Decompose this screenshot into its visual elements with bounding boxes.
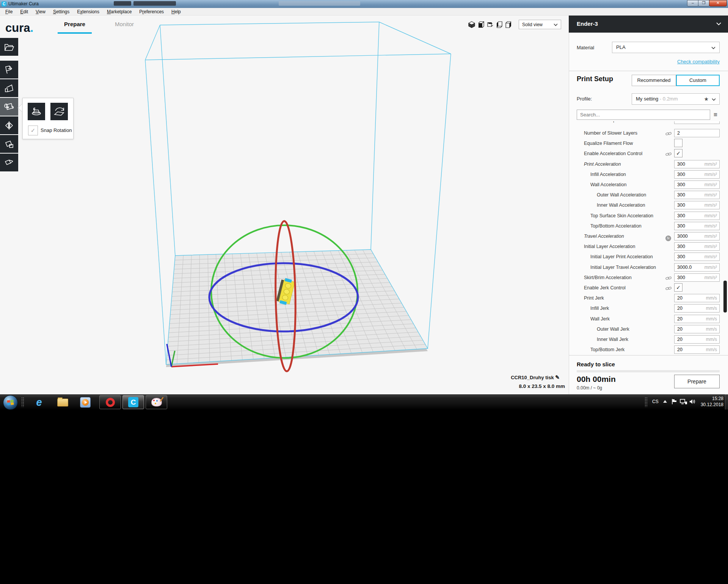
setting-value-field[interactable]: 20mm/s [674,294,720,302]
star-icon[interactable]: ★ [704,94,709,104]
setting-value-field[interactable]: 2 [674,129,720,137]
setting-value-field[interactable]: 3000mm/s² [674,232,720,240]
scale-tool-button[interactable] [0,79,18,97]
setting-row: Initial Layer Travel Acceleration3000.0m… [569,263,728,272]
clock-time[interactable]: 15:28 [693,396,723,401]
setting-checkbox[interactable]: ✓ [674,283,682,292]
view-mode-dropdown[interactable]: Solid view [519,20,561,29]
setting-value-field[interactable]: 0mm/s [674,121,720,124]
per-model-settings-button[interactable] [0,135,18,153]
menu-file[interactable]: File [2,9,16,14]
setting-label: Enable Acceleration Control [584,149,642,158]
menu-help[interactable]: Help [168,9,185,14]
check-compatibility-link[interactable]: Check compatibility [644,59,720,64]
network-icon[interactable] [680,399,687,406]
setting-row: Outer Wall Acceleration300mm/s² [569,190,728,199]
taskbar-paint[interactable] [146,395,167,409]
menu-marketplace[interactable]: Marketplace [103,9,135,14]
setting-value-field[interactable]: 20mm/s [674,325,720,333]
tray-expand-icon[interactable] [663,400,667,403]
close-button[interactable]: ✕ [709,0,727,6]
open-file-button[interactable] [0,38,18,56]
setting-value-field[interactable]: 300mm/s² [674,160,720,168]
printer-selector[interactable]: Ender-3 [569,16,728,33]
settings-search[interactable] [577,110,710,120]
menu-settings[interactable]: Settings [49,9,73,14]
mode-recommended-button[interactable]: Recommended [632,75,676,86]
prepare-button[interactable]: Prepare [674,375,720,388]
setting-row: Top Surface Skin Acceleration300mm/s² [569,211,728,220]
taskbar-opera[interactable] [99,395,121,409]
setting-row: Inner Wall Jerk20mm/s [569,335,728,344]
setting-value-field[interactable]: 300mm/s² [674,242,720,251]
select-face-align-button[interactable] [50,103,68,120]
menu-view[interactable]: View [32,9,49,14]
settings-menu-icon[interactable]: ≡ [714,111,717,119]
setting-value-field[interactable]: 300mm/s² [674,273,720,282]
start-button[interactable] [3,395,18,410]
view-front-icon[interactable] [477,21,485,28]
profile-dropdown[interactable]: My setting - 0.2mm ★ [632,93,720,105]
taskbar-cura[interactable]: C [122,395,144,409]
tab-prepare[interactable]: Prepare [58,21,92,27]
setting-value-field[interactable]: 20mm/s [674,335,720,344]
setting-value-field[interactable]: 20mm/s [674,315,720,323]
setting-checkbox[interactable]: ✓ [674,149,682,157]
search-input[interactable] [577,110,710,119]
setting-value-field[interactable]: 300mm/s² [674,201,720,209]
taskbar-internet-explorer[interactable]: e [33,397,46,408]
rotate-tool-button[interactable] [0,98,18,116]
setting-value-field[interactable]: 20mm/s [674,304,720,312]
setting-unit: mm/s [706,121,717,124]
setting-unit: mm/s² [704,253,717,261]
mirror-icon [5,121,14,130]
taskbar-windows-explorer[interactable] [55,397,70,408]
opera-icon [106,398,115,407]
buildplate[interactable] [166,250,428,364]
edit-pencil-icon[interactable]: ✎ [555,374,560,380]
action-center-flag-icon[interactable] [671,399,677,406]
setting-value: 300 [677,274,685,281]
menu-extensions[interactable]: Extensions [73,9,103,14]
setting-checkbox[interactable] [674,139,682,147]
settings-list[interactable]: Maximum Z Speed0mm/sNumber of Slower Lay… [569,121,728,355]
setting-value-field[interactable]: 3000.0mm/s² [674,263,720,272]
windows-logo-icon [7,400,14,406]
setting-value-field[interactable]: 300mm/s² [674,222,720,230]
setting-value-field[interactable]: 300mm/s² [674,181,720,189]
mode-custom-button[interactable]: Custom [676,75,720,86]
view-left-icon[interactable] [495,21,503,28]
view-3d-icon[interactable] [468,21,475,28]
setting-row: Infill Jerk20mm/s [569,304,728,313]
mirror-tool-button[interactable] [0,116,18,134]
slice-progress-bar [577,370,720,372]
language-indicator[interactable]: CS [652,399,659,404]
linked-setting-icon [665,275,672,281]
snap-rotation-checkbox[interactable]: ✓ [28,126,38,135]
view-right-icon[interactable] [504,21,512,28]
show-desktop-button[interactable] [725,394,728,410]
setting-row: Print Jerk20mm/s [569,294,728,303]
menu-edit[interactable]: Edit [16,9,32,14]
setting-value-field[interactable]: 300mm/s² [674,253,720,261]
taskbar-grip [21,397,24,407]
model-name[interactable]: CCR10_Druhy tisk ✎ [451,374,560,380]
settings-scrollbar-thumb[interactable] [723,281,727,312]
setting-label: Print Acceleration [584,160,621,169]
setting-value-field[interactable]: 300mm/s² [674,191,720,199]
maximize-button[interactable]: ❐ [698,0,709,6]
lay-flat-button[interactable] [28,103,45,120]
material-dropdown[interactable]: PLA [612,42,720,53]
setting-label: Initial Layer Print Acceleration [590,252,653,261]
view-top-icon[interactable] [486,21,494,28]
setting-value-field[interactable]: 20mm/s [674,345,720,354]
setting-value-field[interactable]: 300mm/s² [674,212,720,220]
move-tool-button[interactable] [0,61,18,78]
support-blocker-button[interactable] [0,154,18,171]
minimize-button[interactable]: – [687,0,698,6]
setting-value-field[interactable]: 300mm/s² [674,170,720,179]
tab-monitor[interactable]: Monitor [113,21,136,27]
clock-date[interactable]: 30.12.2018 [693,402,723,407]
taskbar-media-player[interactable] [79,397,92,408]
menu-preferences[interactable]: Preferences [135,9,168,14]
